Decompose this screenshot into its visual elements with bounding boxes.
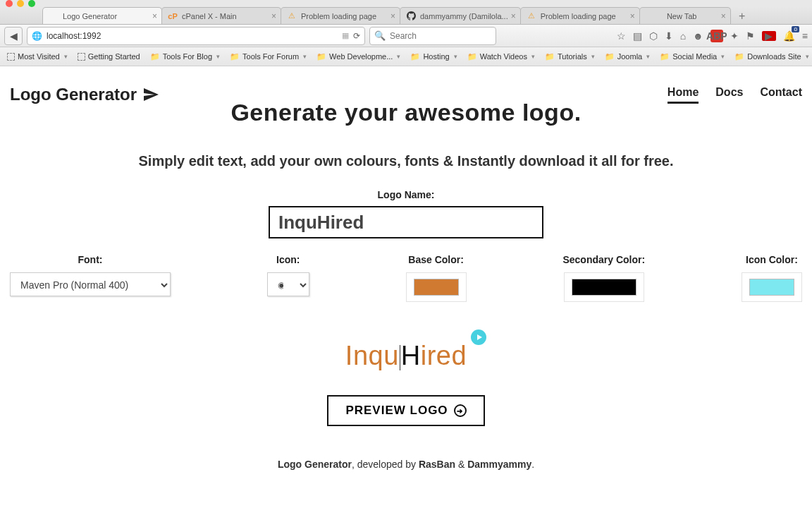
youtube-icon[interactable]: ▶ <box>762 31 776 41</box>
folder-icon: 📁 <box>150 52 160 61</box>
folder-icon: 📁 <box>230 52 240 61</box>
seccolor-swatch[interactable] <box>572 279 636 296</box>
adblock-icon[interactable]: ABP <box>710 30 723 42</box>
nav-docs[interactable]: Docs <box>715 86 743 104</box>
bookmark-tools-blog[interactable]: 📁Tools For Blog▾ <box>146 51 224 63</box>
footer-end: . <box>531 459 534 470</box>
bookmark-label: Joomla <box>617 52 642 61</box>
pocket-icon[interactable]: ⬡ <box>649 30 658 42</box>
menu-icon[interactable]: ≡ <box>802 30 808 42</box>
tab-close-icon[interactable]: × <box>511 11 516 21</box>
font-select[interactable]: Maven Pro (Normal 400) <box>11 273 170 297</box>
tab-problem-loading-2[interactable]: ⚠ Problem loading page × <box>520 7 640 24</box>
bookmark-tools-forum[interactable]: 📁Tools For Forum▾ <box>226 51 311 63</box>
preview-button-label: PREVIEW LOGO <box>345 404 448 418</box>
search-bar[interactable]: 🔍 <box>369 27 496 45</box>
icon-label: Icon: <box>267 254 309 265</box>
github-icon <box>406 11 416 21</box>
window-minimize-dot[interactable] <box>17 0 24 7</box>
window-close-dot[interactable] <box>6 0 13 7</box>
folder-icon: 📁 <box>605 52 615 61</box>
list-icon[interactable]: ▤ <box>633 30 642 42</box>
tab-strip: Logo Generator × cP cPanel X - Main × ⚠ … <box>0 7 812 25</box>
tab-close-icon[interactable]: × <box>721 11 726 21</box>
chevron-down-icon: ▾ <box>454 53 457 60</box>
face-icon[interactable]: ☻ <box>693 30 703 42</box>
footer-brand: Logo Generator <box>278 459 352 470</box>
chevron-down-icon: ▾ <box>64 53 68 60</box>
seccolor-control: Secondary Color: <box>562 254 645 304</box>
reader-icon[interactable]: ▦ <box>342 31 349 40</box>
tab-cpanel[interactable]: cP cPanel X - Main × <box>161 7 281 24</box>
warning-icon: ⚠ <box>527 11 536 21</box>
basecolor-swatch[interactable] <box>414 279 459 296</box>
iconcolor-control: Icon Color: <box>742 254 802 304</box>
hero-subtitle: Simply edit text, add your own colours, … <box>0 153 812 169</box>
basecolor-control: Base Color: <box>406 254 467 304</box>
star-icon[interactable]: ☆ <box>617 30 626 42</box>
folder-icon: 📁 <box>410 52 420 61</box>
back-button[interactable]: ◀ <box>4 27 23 45</box>
tab-close-icon[interactable]: × <box>390 11 395 21</box>
seccolor-label: Secondary Color: <box>562 254 645 265</box>
paper-plane-icon <box>142 86 159 103</box>
box-icon <box>7 53 15 61</box>
extension-icon-2[interactable]: ⚑ <box>746 30 755 42</box>
bookmark-tutorials[interactable]: 📁Tutorials▾ <box>541 51 599 63</box>
brand-logo[interactable]: Logo Generator <box>10 85 159 104</box>
logo-part1: Inqu <box>345 341 399 370</box>
chevron-down-icon: ▾ <box>591 53 595 60</box>
footer-author1: RasBan <box>419 459 455 470</box>
chevron-down-icon: ▾ <box>646 53 650 60</box>
new-tab-button[interactable]: + <box>734 8 750 24</box>
search-input[interactable] <box>390 31 491 41</box>
bookmark-joomla[interactable]: 📁Joomla▾ <box>601 51 654 63</box>
window-zoom-dot[interactable] <box>28 0 35 7</box>
cpanel-favicon: cP <box>168 11 178 21</box>
tab-new-tab[interactable]: New Tab × <box>639 7 731 24</box>
bookmark-label: Social Media <box>672 52 717 61</box>
bookmarks-bar: Most Visited▾ Getting Started 📁Tools For… <box>0 47 812 66</box>
bookmark-social-media[interactable]: 📁Social Media▾ <box>656 51 729 63</box>
chevron-down-icon: ▾ <box>303 53 307 60</box>
footer-text: , developed by <box>352 459 419 470</box>
bookmark-getting-started[interactable]: Getting Started <box>73 51 144 62</box>
notification-icon[interactable]: 🔔 <box>783 30 795 42</box>
brand-name: Logo Generator <box>10 85 137 104</box>
extension-icon[interactable]: ✦ <box>730 30 739 42</box>
tab-logo-generator[interactable]: Logo Generator × <box>42 7 162 24</box>
bookmark-web-dev[interactable]: 📁Web Developme...▾ <box>312 51 405 63</box>
tab-github[interactable]: dammyammy (Damilola... × <box>400 7 521 24</box>
tab-close-icon[interactable]: × <box>630 11 635 21</box>
download-icon[interactable]: ⬇ <box>665 30 673 42</box>
nav-home[interactable]: Home <box>668 86 699 104</box>
address-bar[interactable]: 🌐 ▦ ⟳ <box>27 27 365 45</box>
chevron-down-icon: ▾ <box>806 53 809 60</box>
bookmark-downloads-site[interactable]: 📁Downloads Site▾ <box>730 51 812 63</box>
url-input[interactable] <box>47 31 338 41</box>
tab-close-icon[interactable]: × <box>271 11 276 21</box>
arrow-right-icon: ➔ <box>454 404 467 417</box>
icon-control: Icon: ◉ <box>267 254 309 304</box>
bookmark-label: Tutorials <box>558 52 587 61</box>
page-content: Logo Generator Home Docs Contact Generat… <box>0 66 812 484</box>
iconcolor-swatch[interactable] <box>749 279 794 296</box>
icon-select[interactable]: ◉ <box>268 273 309 297</box>
logo-name-input[interactable] <box>269 206 543 238</box>
bookmark-most-visited[interactable]: Most Visited▾ <box>3 51 72 62</box>
reload-icon[interactable]: ⟳ <box>353 31 360 41</box>
tab-title: New Tab <box>646 12 718 20</box>
bookmark-hosting[interactable]: 📁Hosting▾ <box>406 51 461 63</box>
window-titlebar <box>0 0 812 7</box>
tab-problem-loading-1[interactable]: ⚠ Problem loading page × <box>281 7 400 24</box>
text-cursor <box>400 345 400 370</box>
bookmark-watch-videos[interactable]: 📁Watch Videos▾ <box>463 51 539 63</box>
preview-logo-button[interactable]: PREVIEW LOGO ➔ <box>327 395 484 426</box>
home-icon[interactable]: ⌂ <box>680 30 686 42</box>
nav-contact[interactable]: Contact <box>760 86 802 104</box>
bookmark-label: Tools For Forum <box>242 52 299 61</box>
bookmark-label: Downloads Site <box>747 52 801 61</box>
chevron-down-icon: ▾ <box>721 53 725 60</box>
bookmark-label: Watch Videos <box>480 52 527 61</box>
tab-close-icon[interactable]: × <box>152 11 157 21</box>
